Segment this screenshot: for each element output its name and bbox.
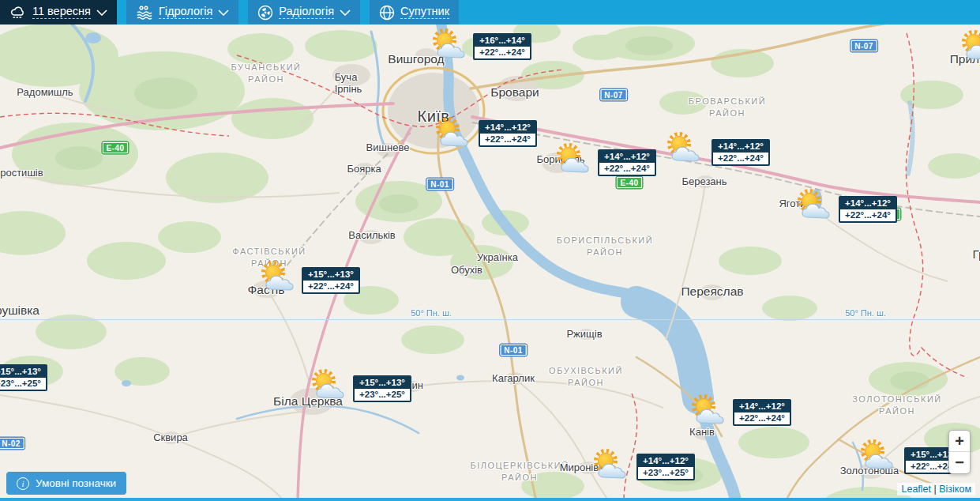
- city-label: Ржищів: [566, 328, 602, 340]
- temp-top: +14°...+12°: [713, 141, 768, 153]
- provider-link[interactable]: Візіком: [939, 484, 971, 495]
- temp-top: +14°...+12°: [840, 198, 896, 209]
- city-label: Вишневе: [366, 141, 410, 153]
- weather-temp-label[interactable]: +14°...+12°+22°...+24°: [479, 120, 537, 147]
- legend-label: Умовні позначки: [36, 477, 116, 489]
- weather-temp-label[interactable]: +14°...+12°+22°...+24°: [733, 399, 791, 426]
- map-canvas[interactable]: 50° Пн. ш.50° Пн. ш.БУЧАНСЬКИЙРАЙОНБРОВА…: [0, 0, 980, 501]
- temp-top: +14°...+12°: [480, 122, 535, 134]
- city-label: Радомишль: [17, 86, 73, 98]
- latitude-label: 50° Пн. ш.: [411, 308, 452, 318]
- temp-top: +14°...+12°: [734, 401, 790, 412]
- satellite-icon: [379, 5, 395, 21]
- road-badge-n-07: N-07: [850, 40, 878, 53]
- city-label: Боярка: [347, 163, 381, 175]
- weather-temp-label[interactable]: +15°...+13°+23°...+25°: [0, 364, 47, 391]
- city-label: Буча: [335, 71, 358, 83]
- menu-radiology-button[interactable]: Радіологія: [248, 0, 360, 24]
- weather-temp-label[interactable]: +15°...+13°+23°...+25°: [353, 375, 411, 402]
- sun-cloud-icon[interactable]: [554, 142, 594, 179]
- city-label: Українка: [477, 251, 518, 263]
- city-label: Переяслав: [681, 284, 743, 299]
- info-icon: i: [17, 477, 29, 490]
- sun-cloud-icon[interactable]: [795, 188, 835, 224]
- sun-cloud-icon[interactable]: [591, 448, 631, 484]
- district-label: БІЛОЦЕРКІВСЬКИЙРАЙОН: [470, 460, 569, 484]
- road-badge-n-01: N-01: [499, 344, 528, 357]
- sun-cloud-icon[interactable]: [689, 394, 729, 430]
- city-label: Бровари: [490, 85, 539, 100]
- city-label: Гребінка: [972, 247, 980, 262]
- menu-hydrology-button[interactable]: Гідрологія: [126, 0, 238, 24]
- menu-hydrology-label: Гідрологія: [159, 6, 212, 19]
- sun-cloud-icon[interactable]: [959, 29, 980, 66]
- topbar: 11 вересня Гідрологія: [0, 0, 980, 24]
- zoom-in-button[interactable]: +: [949, 431, 970, 452]
- legend-button[interactable]: i Умовні позначки: [6, 472, 126, 495]
- temp-top: +16°...+14°: [475, 35, 530, 47]
- sun-cloud-icon[interactable]: [310, 368, 349, 405]
- city-label: Ірпінь: [335, 83, 362, 95]
- district-label: ОБУХІВСЬКИЙРАЙОН: [549, 365, 623, 389]
- temp-top: +14°...+12°: [599, 151, 655, 163]
- temp-bottom: +22°...+24°: [303, 281, 359, 292]
- city-label: Кагарлик: [492, 372, 535, 384]
- weather-temp-label[interactable]: +14°...+12°+22°...+24°: [598, 149, 656, 176]
- menu-date-button[interactable]: 11 вересня: [0, 0, 117, 24]
- latitude-line: [0, 319, 980, 320]
- chevron-down-icon: [96, 9, 107, 16]
- menu-date-label: 11 вересня: [32, 6, 91, 19]
- hydrology-icon: [136, 5, 153, 21]
- road-badge-n-07: N-07: [599, 89, 628, 102]
- road-badge-n-02: N-02: [0, 437, 25, 450]
- zoom-control: + −: [948, 430, 971, 474]
- menu-satellite-button[interactable]: Супутник: [370, 0, 459, 24]
- radiology-icon: [257, 5, 273, 21]
- map-attribution: Leaflet | Візіком: [897, 483, 975, 495]
- temp-top: +15°...+13°: [303, 269, 359, 281]
- city-label: Андрушівка: [0, 303, 39, 318]
- district-label: БОРИСПІЛЬСЬКИЙРАЙОН: [557, 235, 653, 258]
- district-label: БРОВАРСЬКИЙРАЙОН: [689, 96, 766, 119]
- sun-cloud-icon[interactable]: [434, 116, 473, 153]
- forecast-cloud-icon: [9, 6, 27, 20]
- temp-bottom: +23°...+25°: [638, 467, 693, 479]
- city-label: Сквира: [153, 431, 188, 443]
- city-label: Коростишів: [0, 167, 43, 179]
- attribution-separator: |: [931, 484, 939, 495]
- weather-temp-label[interactable]: +14°...+12°+22°...+24°: [712, 139, 770, 166]
- temp-top: +15°...+13°: [0, 366, 46, 378]
- chevron-down-icon: [340, 9, 351, 16]
- weather-map-app: 50° Пн. ш.50° Пн. ш.БУЧАНСЬКИЙРАЙОНБРОВА…: [0, 0, 980, 501]
- road-badge-e-40: E-40: [615, 176, 643, 190]
- temp-bottom: +23°...+25°: [355, 389, 410, 401]
- menu-satellite-label: Супутник: [400, 6, 449, 19]
- bottom-strip: [0, 498, 980, 501]
- weather-temp-label[interactable]: +16°...+14°+22°...+24°: [473, 33, 531, 60]
- temp-bottom: +22°...+24°: [599, 163, 655, 175]
- district-label: БУЧАНСЬКИЙРАЙОН: [231, 62, 302, 85]
- weather-temp-label[interactable]: +15°...+13°+22°...+24°: [302, 267, 360, 294]
- temp-bottom: +23°...+25°: [0, 378, 46, 390]
- district-label: ЗОЛОТОНІСЬКИЙРАЙОН: [852, 394, 941, 417]
- temp-bottom: +22°...+24°: [480, 134, 535, 145]
- road-badge-n-01: N-01: [426, 178, 454, 191]
- temp-bottom: +22°...+24°: [475, 47, 530, 58]
- sun-cloud-icon[interactable]: [259, 260, 299, 296]
- menu-radiology-label: Радіологія: [279, 6, 334, 19]
- weather-temp-label[interactable]: +14°...+12°+23°...+25°: [636, 454, 695, 480]
- sun-cloud-icon[interactable]: [858, 439, 898, 475]
- latitude-label: 50° Пн. ш.: [845, 308, 886, 318]
- zoom-out-button[interactable]: −: [949, 452, 970, 473]
- city-label: Обухів: [451, 264, 482, 276]
- city-label: Васильків: [348, 229, 396, 241]
- sun-cloud-icon[interactable]: [665, 131, 704, 168]
- leaflet-link[interactable]: Leaflet: [901, 484, 931, 495]
- temp-bottom: +22°...+24°: [713, 153, 768, 164]
- temp-top: +15°...+13°: [355, 377, 410, 389]
- sun-cloud-icon[interactable]: [430, 28, 470, 64]
- weather-temp-label[interactable]: +14°...+12°+22°...+24°: [839, 196, 897, 223]
- chevron-down-icon: [218, 9, 229, 16]
- temp-bottom: +22°...+24°: [840, 209, 896, 221]
- road-badge-e-40: E-40: [101, 141, 129, 155]
